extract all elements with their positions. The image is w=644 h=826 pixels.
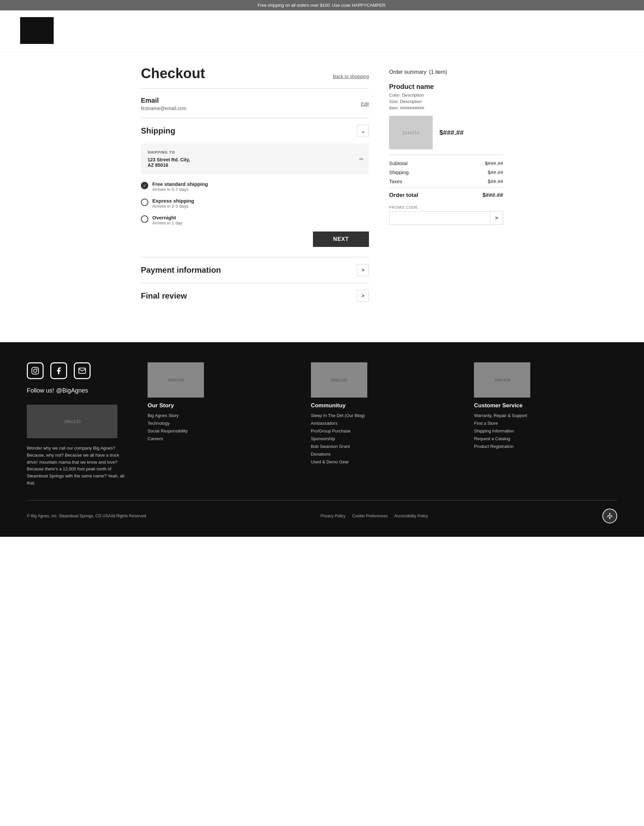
payment-title: Payment information (141, 266, 221, 275)
footer-bottom-links: Privacy Policy Cookie Preferences Access… (320, 514, 428, 519)
footer-link-technology[interactable]: Technology (147, 421, 291, 426)
product-name: Product name (389, 83, 503, 91)
next-button[interactable]: NEXT (313, 231, 369, 247)
shipping-option-free-text: Free standard shipping Arrives in 5-7 da… (152, 181, 208, 192)
shipping-option-overnight-text: Overnight Arrives in 1 day (152, 215, 183, 225)
footer-link-product-registration[interactable]: Product Registration (474, 444, 617, 449)
footer-link-bob-swanson[interactable]: Bob Swanson Grant (311, 444, 454, 449)
promo-input[interactable] (390, 212, 490, 224)
final-review-section: Final review > (141, 283, 369, 309)
footer-link-sleep-in-dirt[interactable]: Sleep In The Dirt (Our Blog) (311, 413, 454, 418)
shipping-radio-overnight[interactable] (141, 216, 148, 223)
shipping-toggle-btn[interactable]: ⌄ (357, 125, 369, 137)
product-row: 211x211 $###.## (389, 116, 503, 149)
taxes-row: Taxes $##.## (389, 179, 503, 184)
header-divider (141, 88, 369, 88)
shipping-express-label: Express shipping (152, 198, 194, 203)
edit-email-link[interactable]: Edit (361, 101, 369, 107)
svg-point-2 (37, 368, 37, 370)
next-btn-row: NEXT (141, 231, 369, 247)
footer-link-big-agnes-story[interactable]: Big Agnes Story (147, 413, 291, 418)
email-header: Email firstname@email.com Edit (141, 96, 369, 111)
footer-link-pro-group[interactable]: Pro/Group Purchase (311, 429, 454, 433)
shipping-title: Shipping (141, 126, 175, 135)
shipping-row: Shipping $##.## (389, 169, 503, 175)
final-review-title: Final review (141, 291, 187, 301)
footer-col-our-story: 168x105 Our Story Big Agnes Story Techno… (147, 362, 291, 487)
instagram-icon[interactable] (27, 362, 43, 379)
footer-top: Follow us! @BigAgnes 398x130 Wonder why … (27, 362, 617, 487)
subtotal-label: Subtotal (389, 160, 408, 166)
footer-link-shipping-info[interactable]: Shipping Information (474, 429, 617, 433)
shipping-option-free: ✓ Free standard shipping Arrives in 5-7 … (141, 181, 369, 192)
payment-section: Payment information > (141, 257, 369, 283)
totals-section: Subtotal $###.## Shipping $##.## Taxes $… (389, 155, 503, 199)
checkout-title: Checkout (141, 65, 205, 82)
banner-text: Free shipping on all orders over $100. U… (258, 3, 386, 8)
shipping-address-card: SHIPPING TO 123 Street Rd. City, AZ 8501… (141, 144, 369, 174)
product-color: Color: Description (389, 93, 503, 98)
promo-submit-btn[interactable]: > (490, 212, 503, 224)
shipping-overnight-label: Overnight (152, 215, 183, 220)
footer-left: Follow us! @BigAgnes 398x130 Wonder why … (27, 362, 127, 487)
footer: Follow us! @BigAgnes 398x130 Wonder why … (0, 342, 644, 537)
customer-service-image: 168x105 (474, 362, 530, 397)
order-total-label: Order total (389, 192, 418, 199)
shipping-option-express: Express shipping Arrives in 2-3 days (141, 198, 369, 209)
email-section: Email firstname@email.com Edit (141, 96, 369, 118)
shipping-option-overnight: Overnight Arrives in 1 day (141, 215, 369, 225)
shipping-label: Shipping (389, 169, 408, 175)
logo[interactable] (20, 17, 54, 44)
shipping-to-label: SHIPPING TO (147, 150, 362, 154)
footer-copyright: © Big Agnes, Inc. Steamboat Springs, CO … (27, 514, 146, 519)
promo-section: PROMO CODE > (389, 205, 503, 225)
email-value: firstname@email.com (141, 106, 186, 111)
order-total-value: $###.## (483, 192, 503, 199)
footer-link-social-responsibility[interactable]: Social Responsibility (147, 429, 291, 433)
facebook-icon[interactable] (50, 362, 67, 379)
right-column: Order summary (1 item) Product name Colo… (389, 65, 503, 309)
top-banner: Free shipping on all orders over $100. U… (0, 0, 644, 10)
shipping-value: $##.## (488, 169, 503, 175)
svg-point-3 (609, 513, 610, 514)
edit-address-btn[interactable]: ✏ (359, 156, 363, 162)
footer-col-community: 168x105 Communituy Sleep In The Dirt (Ou… (311, 362, 454, 487)
payment-accordion-header: Payment information > (141, 264, 369, 276)
accessibility-policy-link[interactable]: Accessibility Policy (394, 514, 428, 519)
product-size: Size: Description (389, 99, 503, 104)
footer-link-warranty[interactable]: Warranty, Repair & Support (474, 413, 617, 418)
accessibility-button[interactable] (602, 509, 617, 523)
shipping-free-label: Free standard shipping (152, 181, 208, 187)
payment-toggle-btn[interactable]: > (357, 264, 369, 276)
address-line2: AZ 85016 (147, 162, 362, 168)
cookie-preferences-link[interactable]: Cookie Preferences (352, 514, 387, 519)
final-review-toggle-btn[interactable]: > (357, 290, 369, 302)
back-to-shopping-link[interactable]: Back to shopping (333, 74, 369, 79)
email-label: Email (141, 96, 186, 104)
subtotal-value: $###.## (485, 160, 503, 166)
our-story-title: Our Story (147, 402, 291, 409)
footer-link-donations[interactable]: Donations (311, 452, 454, 456)
shipping-header: Shipping ⌄ (141, 125, 369, 137)
shipping-section: Shipping ⌄ SHIPPING TO 123 Street Rd. Ci… (141, 125, 369, 247)
footer-link-used-demo[interactable]: Used & Demo Gear (311, 459, 454, 464)
shipping-radio-free[interactable]: ✓ (141, 182, 148, 189)
footer-link-catalog[interactable]: Request a Catalog (474, 436, 617, 441)
footer-links-section: 168x105 Our Story Big Agnes Story Techno… (147, 362, 617, 487)
footer-link-find-store[interactable]: Find a Store (474, 421, 617, 426)
product-price: $###.## (439, 129, 464, 137)
promo-input-row: > (389, 211, 503, 225)
main-content: Checkout Back to shopping Email firstnam… (121, 52, 523, 322)
privacy-policy-link[interactable]: Privacy Policy (320, 514, 346, 519)
customer-service-title: Customer Service (474, 402, 617, 409)
product-item: Item: ########## (389, 106, 503, 110)
footer-description: Wonder why we call our company Big Agnes… (27, 445, 127, 487)
footer-link-ambassadors[interactable]: Ambassadors (311, 421, 454, 426)
shipping-radio-express[interactable] (141, 199, 148, 206)
address-line1: 123 Street Rd. City, (147, 157, 362, 162)
order-total-row: Order total $###.## (389, 188, 503, 199)
email-icon[interactable] (74, 362, 90, 379)
footer-link-sponsorship[interactable]: Sponsorship (311, 436, 454, 441)
footer-link-careers[interactable]: Careers (147, 436, 291, 441)
order-summary-title: Order summary (1 item) (389, 65, 503, 76)
